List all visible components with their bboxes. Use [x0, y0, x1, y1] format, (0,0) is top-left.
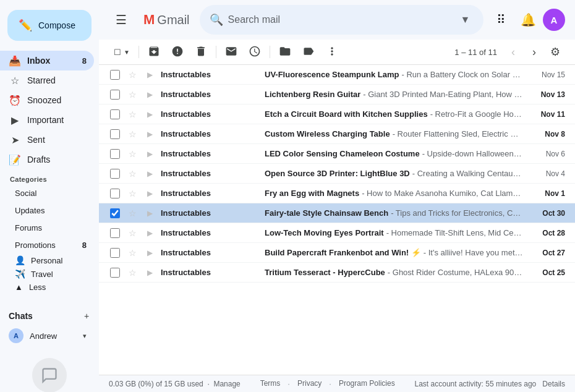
table-row[interactable]: ☆ ▶ Instructables Etch a Circuit Board w… — [99, 104, 575, 124]
email-subject: Etch a Circuit Board with Kitchen Suppli… — [265, 109, 428, 119]
sidebar-item-important[interactable]: ▶ Important — [0, 110, 94, 130]
star-button[interactable]: ☆ — [126, 187, 138, 200]
table-row[interactable]: ☆ ▶ Instructables LED Color Sensing Cham… — [99, 144, 575, 164]
star-button[interactable]: ☆ — [126, 108, 138, 121]
sidebar-item-starred[interactable]: ☆ Starred — [0, 70, 94, 90]
table-row[interactable]: ☆ ▶ Instructables Custom Wireless Chargi… — [99, 124, 575, 144]
table-row[interactable]: ☆ ▶ Instructables Low-Tech Moving Eyes P… — [99, 223, 575, 243]
sidebar-item-drafts[interactable]: 📝 Drafts — [0, 150, 94, 169]
star-button[interactable]: ☆ — [126, 88, 138, 101]
chats-header-icons: + — [79, 309, 94, 323]
table-row[interactable]: ☆ ▶ Instructables Lichtenberg Resin Guit… — [99, 85, 575, 104]
move-to-button[interactable] — [274, 42, 296, 62]
email-checkbox[interactable] — [110, 109, 120, 119]
sidebar-item-social[interactable]: Social — [0, 184, 94, 202]
terms-link[interactable]: Terms — [260, 379, 281, 388]
select-button[interactable]: ☐ ▼ — [109, 42, 135, 62]
search-bar[interactable]: 🔍 ▼ — [200, 5, 483, 35]
manage-link[interactable]: Manage — [213, 380, 240, 388]
notifications-button[interactable]: 🔔 — [516, 7, 540, 32]
important-button[interactable]: ▶ — [143, 247, 156, 259]
sidebar-item-sent[interactable]: ➤ Sent — [0, 130, 94, 150]
email-checkbox[interactable] — [110, 189, 120, 198]
chat-dropdown-icon: ▾ — [83, 332, 87, 340]
table-row[interactable]: ☆ ▶ Instructables Open Source 3D Printer… — [99, 164, 575, 184]
prev-page-button[interactable]: ‹ — [503, 42, 523, 62]
star-button[interactable]: ☆ — [126, 69, 138, 81]
delete-button[interactable] — [190, 42, 212, 62]
account-avatar-button[interactable]: A — [543, 9, 565, 31]
sidebar-item-travel[interactable]: ✈️ Travel — [0, 267, 94, 281]
sidebar-item-less[interactable]: ▲ Less — [0, 281, 94, 294]
checkbox-area — [109, 149, 121, 159]
star-button[interactable]: ☆ — [126, 128, 138, 140]
email-subject: Open Source 3D Printer: LightBlue 3D — [265, 169, 410, 178]
star-button[interactable]: ☆ — [126, 247, 138, 259]
archive-button[interactable] — [143, 42, 165, 62]
hamburger-button[interactable]: ☰ — [109, 7, 134, 32]
star-button[interactable]: ☆ — [126, 207, 138, 219]
important-button[interactable]: ▶ — [143, 128, 156, 140]
folder-icon — [279, 45, 291, 59]
search-options-button[interactable]: ▼ — [457, 10, 474, 30]
star-button[interactable]: ☆ — [126, 168, 138, 180]
table-row[interactable]: ☆ ▶ Instructables Fairy-tale Style Chain… — [99, 203, 575, 223]
sidebar-item-updates[interactable]: Updates — [0, 202, 94, 219]
star-button[interactable]: ☆ — [126, 227, 138, 239]
new-chat-button[interactable]: + — [79, 309, 94, 323]
table-row[interactable]: ☆ ▶ Instructables UV-Fluorescence Steamp… — [99, 65, 575, 85]
sidebar-item-forums[interactable]: Forums — [0, 219, 94, 236]
sidebar-item-inbox[interactable]: 📥 Inbox 8 — [0, 51, 94, 70]
email-checkbox[interactable] — [110, 149, 120, 159]
email-date: Oct 28 — [528, 229, 565, 237]
sidebar-item-personal[interactable]: 👤 Personal — [0, 254, 94, 267]
email-snippet: - Giant 3D Printed Man-Eating Plant, How… — [363, 90, 523, 99]
next-page-button[interactable]: › — [524, 42, 544, 62]
table-row[interactable]: ☆ ▶ Instructables Build Papercraft Frank… — [99, 243, 575, 263]
star-button[interactable]: ☆ — [126, 148, 138, 160]
privacy-link[interactable]: Privacy — [297, 379, 322, 388]
important-button[interactable]: ▶ — [143, 187, 156, 200]
search-input[interactable] — [228, 14, 452, 25]
important-button[interactable]: ▶ — [143, 168, 156, 180]
sidebar-item-snoozed[interactable]: ⏰ Snoozed — [0, 90, 94, 110]
email-date: Nov 15 — [528, 70, 565, 79]
apps-button[interactable]: ⠿ — [488, 7, 513, 32]
important-button[interactable]: ▶ — [143, 69, 156, 81]
mark-unread-button[interactable] — [220, 42, 242, 62]
more-actions-button[interactable] — [321, 42, 343, 62]
important-button[interactable]: ▶ — [143, 207, 156, 219]
spam-button[interactable] — [166, 42, 189, 62]
star-button[interactable]: ☆ — [126, 266, 138, 279]
important-button[interactable]: ▶ — [143, 88, 156, 101]
program-link[interactable]: Program Policies — [339, 379, 395, 388]
snooze-button[interactable] — [244, 42, 266, 62]
email-checkbox[interactable] — [110, 228, 120, 238]
email-checkbox[interactable] — [110, 268, 120, 278]
gmail-logo: M Gmail — [138, 12, 195, 28]
important-button[interactable]: ▶ — [143, 227, 156, 239]
important-button[interactable]: ▶ — [143, 108, 156, 121]
category-items: Social Updates Forums Promotions 8 — [0, 184, 99, 254]
table-row[interactable]: ☆ ▶ Instructables Fry an Egg with Magnet… — [99, 184, 575, 203]
email-checkbox[interactable] — [110, 248, 120, 258]
compose-button[interactable]: ✏️ Compose — [7, 10, 92, 41]
email-checkbox[interactable] — [110, 169, 120, 179]
forums-label: Forums — [15, 223, 87, 232]
email-checkbox[interactable] — [110, 129, 120, 139]
sidebar-item-promotions[interactable]: Promotions 8 — [0, 236, 94, 254]
important-button[interactable]: ▶ — [143, 266, 156, 279]
checkbox-area — [109, 129, 121, 139]
email-checkbox[interactable] — [110, 208, 120, 218]
email-checkbox[interactable] — [110, 90, 120, 100]
email-subject: UV-Fluorescence Steampunk Lamp — [265, 70, 399, 79]
select-arrow-icon: ▼ — [124, 49, 130, 56]
label-button[interactable] — [297, 42, 320, 62]
settings-button[interactable]: ⚙ — [545, 42, 565, 62]
details-link[interactable]: Details — [542, 380, 565, 388]
categories-label: Categories — [0, 172, 99, 184]
chat-user-item[interactable]: A Andrew ▾ — [0, 326, 94, 346]
email-checkbox[interactable] — [110, 70, 120, 80]
important-button[interactable]: ▶ — [143, 148, 156, 160]
table-row[interactable]: ☆ ▶ Instructables Tritium Tesseract - Hy… — [99, 263, 575, 283]
